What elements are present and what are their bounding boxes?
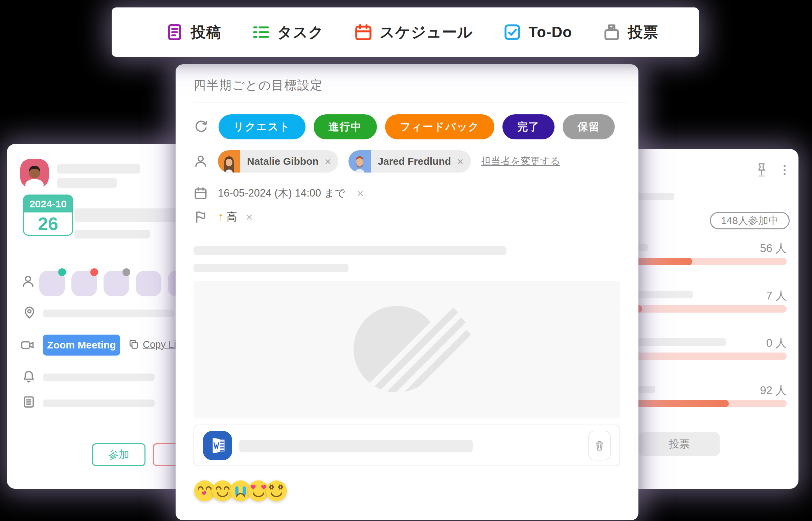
nav-label: タスク bbox=[277, 22, 324, 42]
poll-question-placeholder bbox=[634, 193, 674, 200]
todo-check-icon bbox=[503, 23, 522, 42]
video-camera-icon bbox=[20, 338, 35, 352]
attendees-icon bbox=[21, 274, 35, 289]
poll-option-row[interactable]: 56 人 bbox=[634, 241, 787, 271]
priority-arrow: ↑ bbox=[218, 210, 224, 224]
placeholder-bar bbox=[74, 230, 150, 239]
vote-button[interactable]: 投票 bbox=[639, 432, 720, 456]
zoom-meeting-button[interactable]: Zoom Meeting bbox=[43, 335, 120, 356]
remove-due-date-icon[interactable]: × bbox=[357, 187, 364, 200]
nav-item-posts[interactable]: 投稿 bbox=[165, 22, 221, 42]
assignee-chip[interactable]: Natalie Gibbon × bbox=[218, 150, 338, 173]
feature-nav-bar: 投稿 タスク スケジュール To-Do 投票 bbox=[112, 7, 699, 57]
nav-item-vote[interactable]: 投票 bbox=[602, 22, 658, 42]
poll-option-row[interactable]: 92 人 bbox=[634, 383, 787, 413]
due-date-row: 16-05-2024 (木) 14:00 まで × bbox=[194, 186, 364, 200]
date-badge-month: 2024-10 bbox=[24, 196, 72, 212]
placeholder-bar bbox=[57, 164, 140, 174]
word-file-icon bbox=[203, 431, 232, 460]
remove-priority-icon[interactable]: × bbox=[246, 210, 253, 224]
due-date-text: 16-05-2024 (木) 14:00 まで bbox=[218, 186, 345, 200]
status-dot-accepted bbox=[58, 268, 66, 276]
priority-label: 高 bbox=[227, 210, 237, 224]
change-assignee-link[interactable]: 担当者を変更する bbox=[481, 155, 560, 168]
assignee-name: Natalie Gibbon bbox=[247, 156, 319, 167]
status-dot-pending bbox=[122, 268, 130, 276]
participants-badge: 148人参加中 bbox=[710, 212, 790, 229]
status-cycle-icon[interactable] bbox=[194, 119, 208, 134]
assignee-person-icon bbox=[194, 154, 208, 168]
more-menu-icon[interactable] bbox=[781, 164, 789, 177]
bell-icon bbox=[22, 369, 36, 383]
trash-icon bbox=[593, 439, 606, 452]
description-placeholder-bar bbox=[194, 246, 506, 255]
nav-label: スケジュール bbox=[380, 22, 473, 42]
status-pill-done[interactable]: 完了 bbox=[502, 114, 555, 139]
description-placeholder-bar bbox=[194, 264, 348, 272]
date-badge: 2024-10 26 bbox=[23, 195, 73, 236]
placeholder-bar bbox=[43, 310, 174, 317]
attendee-avatar-placeholder bbox=[136, 271, 161, 296]
task-detail-card: 四半期ごとの目標設定 リクエスト 進行中 フィードバック 完了 保留 bbox=[176, 64, 638, 520]
poll-option-row[interactable]: 7 人 bbox=[634, 288, 787, 319]
poll-progress-fill bbox=[634, 400, 729, 407]
poll-progress-track bbox=[634, 353, 787, 360]
remove-assignee-icon[interactable]: × bbox=[457, 155, 464, 168]
poll-count: 0 人 bbox=[766, 336, 787, 351]
calendar-icon bbox=[354, 23, 373, 42]
calendar-icon bbox=[194, 186, 208, 200]
poll-option-placeholder bbox=[634, 291, 693, 298]
poll-option-placeholder bbox=[634, 338, 726, 346]
status-pill-in-progress[interactable]: 進行中 bbox=[314, 114, 377, 139]
image-placeholder-icon bbox=[328, 292, 487, 407]
poll-progress-track bbox=[634, 400, 787, 407]
attachment-row[interactable] bbox=[194, 425, 620, 466]
nav-label: 投稿 bbox=[191, 22, 221, 42]
placeholder-bar bbox=[43, 373, 155, 381]
star-eyes-emoji[interactable] bbox=[265, 480, 288, 502]
avatar bbox=[20, 159, 49, 187]
post-icon bbox=[165, 23, 184, 42]
placeholder-bar bbox=[74, 208, 186, 222]
poll-count: 7 人 bbox=[766, 288, 787, 303]
poll-progress-fill bbox=[634, 258, 692, 265]
nav-label: 投票 bbox=[628, 22, 658, 42]
status-pill-hold[interactable]: 保留 bbox=[563, 114, 615, 139]
assignee-avatar bbox=[218, 150, 240, 173]
poll-progress-track bbox=[634, 305, 787, 313]
poll-option-row[interactable]: 0 人 bbox=[634, 336, 787, 366]
assignee-chip[interactable]: Jared Fredlund × bbox=[348, 150, 471, 173]
reaction-row bbox=[194, 480, 283, 502]
delete-attachment-button[interactable] bbox=[588, 431, 611, 460]
event-card: 2024-10 26 Zoom Meeting bbox=[7, 144, 189, 489]
nav-label: To-Do bbox=[528, 24, 572, 41]
note-icon bbox=[22, 395, 36, 409]
poll-count: 56 人 bbox=[760, 241, 787, 256]
stage: 2024-10 26 Zoom Meeting bbox=[0, 0, 812, 521]
assignee-row: Natalie Gibbon × Jared Fredlund × 担当者を変更… bbox=[194, 150, 560, 173]
nav-item-todo[interactable]: To-Do bbox=[503, 23, 572, 42]
flag-icon bbox=[194, 210, 208, 224]
vote-box-icon bbox=[602, 23, 621, 42]
status-dot-declined bbox=[90, 268, 98, 276]
date-badge-day: 26 bbox=[24, 212, 72, 235]
pushpin-icon[interactable] bbox=[754, 162, 769, 179]
nav-item-tasks[interactable]: タスク bbox=[251, 22, 324, 42]
poll-card: 148人参加中 56 人 7 人 0 人 92 人 bbox=[624, 149, 798, 489]
join-button[interactable]: 参加 bbox=[92, 443, 145, 466]
status-row: リクエスト 進行中 フィードバック 完了 保留 bbox=[194, 114, 615, 139]
placeholder-bar bbox=[57, 178, 117, 188]
attached-image-placeholder bbox=[194, 281, 620, 418]
status-pill-request[interactable]: リクエスト bbox=[219, 114, 306, 139]
priority-row: ↑ 高 × bbox=[194, 210, 253, 224]
poll-count: 92 人 bbox=[760, 383, 787, 398]
assignee-avatar bbox=[348, 150, 371, 173]
task-list-icon bbox=[251, 23, 270, 42]
nav-item-schedule[interactable]: スケジュール bbox=[354, 22, 473, 42]
divider bbox=[194, 103, 627, 103]
placeholder-bar bbox=[43, 400, 155, 407]
status-pill-feedback[interactable]: フィードバック bbox=[385, 114, 494, 139]
file-name-placeholder bbox=[239, 440, 473, 452]
assignee-name: Jared Fredlund bbox=[378, 156, 451, 167]
remove-assignee-icon[interactable]: × bbox=[325, 155, 331, 168]
